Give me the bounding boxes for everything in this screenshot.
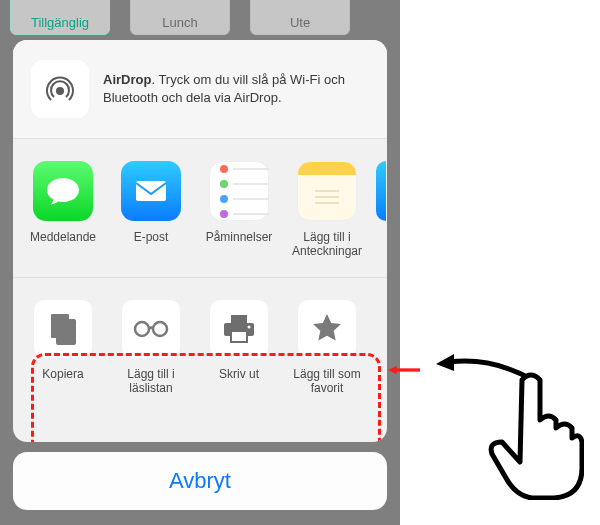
share-item-label: Meddelande <box>19 230 107 244</box>
cancel-label: Avbryt <box>169 468 231 494</box>
svg-point-8 <box>135 322 149 336</box>
airdrop-row[interactable]: AirDrop. Tryck om du vill slå på Wi-Fi o… <box>13 40 387 139</box>
action-copy[interactable]: Kopiera <box>19 300 107 396</box>
star-icon <box>298 300 356 358</box>
annotation-swipe-arrow-icon <box>436 353 536 383</box>
action-row[interactable]: Kopiera Lägg till i läslistan Skriv ut L… <box>13 278 387 414</box>
bg-status-lunch: 🍴 Lunch <box>130 0 230 35</box>
share-mail[interactable]: E-post <box>107 161 195 259</box>
action-favorite[interactable]: Lägg till som favorit <box>283 300 371 396</box>
reminders-app-icon <box>209 161 269 221</box>
share-messages[interactable]: Meddelande <box>19 161 107 259</box>
svg-point-13 <box>248 325 251 328</box>
notes-app-icon <box>297 161 357 221</box>
share-reminders[interactable]: Påminnelser <box>195 161 283 259</box>
share-notes[interactable]: Lägg till i Anteckningar <box>283 161 371 259</box>
next-app-peek-icon <box>376 161 386 221</box>
svg-marker-16 <box>436 354 454 371</box>
airdrop-icon <box>40 69 80 109</box>
action-item-label: Kopiera <box>19 367 107 381</box>
svg-point-0 <box>56 87 64 95</box>
messages-app-icon <box>33 161 93 221</box>
action-readinglist[interactable]: Lägg till i läslistan <box>107 300 195 396</box>
airdrop-text: AirDrop. Tryck om du vill slå på Wi-Fi o… <box>103 71 363 106</box>
share-sheet: AirDrop. Tryck om du vill slå på Wi-Fi o… <box>13 40 387 442</box>
share-item-label: Lägg till i Anteckningar <box>283 230 371 259</box>
share-item-label: E-post <box>107 230 195 244</box>
action-item-label: Lägg till som favorit <box>283 367 371 396</box>
share-apps-row[interactable]: Meddelande E-post Påminnelser <box>13 139 387 278</box>
airdrop-title: AirDrop <box>103 72 151 87</box>
bg-status-ute: ☀ Ute <box>250 0 350 35</box>
action-item-label: Lägg till i läslistan <box>107 367 195 396</box>
svg-rect-10 <box>231 315 247 323</box>
share-item-label: Påminnelser <box>195 230 283 244</box>
svg-rect-1 <box>136 181 166 201</box>
airdrop-tile <box>31 60 89 118</box>
share-more-peek[interactable] <box>371 161 387 259</box>
cancel-button[interactable]: Avbryt <box>13 452 387 510</box>
svg-rect-7 <box>57 320 75 344</box>
action-item-label: Skriv ut <box>195 367 283 381</box>
bg-status-tillganglig: Tillgänglig <box>10 0 110 35</box>
bg-status-label: Ute <box>290 15 310 30</box>
svg-rect-12 <box>231 331 247 342</box>
bg-status-label: Tillgänglig <box>31 15 89 30</box>
bg-status-label: Lunch <box>162 15 197 30</box>
action-print[interactable]: Skriv ut <box>195 300 283 396</box>
glasses-icon <box>122 300 180 358</box>
printer-icon <box>210 300 268 358</box>
mail-app-icon <box>121 161 181 221</box>
annotation-hand-icon <box>486 370 584 500</box>
copy-icon <box>34 300 92 358</box>
svg-point-9 <box>153 322 167 336</box>
